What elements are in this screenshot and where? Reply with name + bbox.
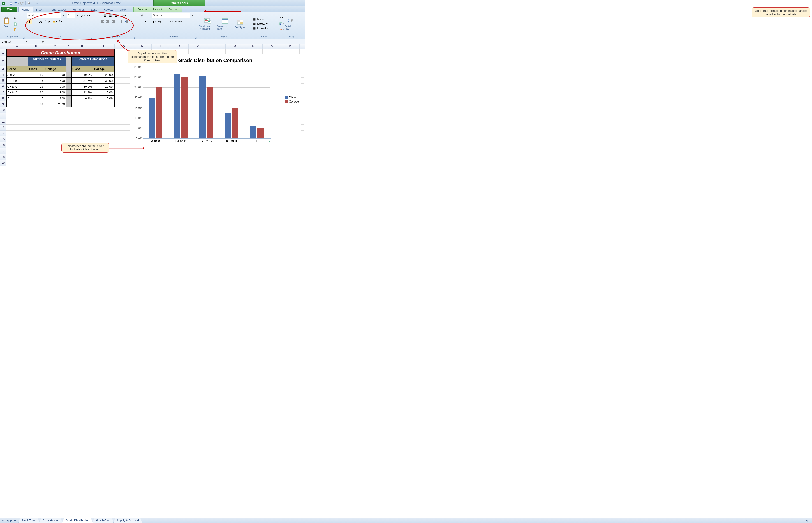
redo-icon[interactable] [20, 1, 24, 5]
chart-bar[interactable] [156, 87, 163, 138]
cell[interactable]: 10 [28, 89, 44, 95]
cell[interactable]: 31.7% [71, 78, 93, 84]
chart-bar[interactable] [174, 74, 181, 138]
bold-icon[interactable]: B [27, 19, 32, 24]
row-header[interactable]: 13 [0, 125, 6, 130]
cell[interactable]: 30.5% [71, 84, 93, 89]
chart-bar[interactable] [182, 77, 188, 138]
increase-decimal-icon[interactable]: .0←.00 [171, 19, 175, 24]
sort-filter-button[interactable]: AZ Sort & Filter [285, 16, 296, 31]
x-axis-tick[interactable]: D+ to D- [219, 138, 245, 143]
print-preview-icon[interactable] [27, 1, 32, 5]
cell[interactable]: Grade [6, 66, 28, 72]
cell[interactable]: A to A- [6, 72, 28, 78]
chart-legend[interactable]: Class College [285, 95, 299, 104]
cell[interactable]: Number of Students [28, 56, 66, 66]
tab-data[interactable]: Data [88, 7, 100, 12]
format-as-table-button[interactable]: Format as Table [217, 16, 233, 31]
cell[interactable]: 26 [28, 78, 44, 84]
plot-area[interactable]: 0.0%5.0%10.0%15.0%20.0%25.0%30.0%35.0% A… [143, 67, 270, 139]
tab-review[interactable]: Review [100, 7, 116, 12]
dialog-launcher-icon[interactable]: ◢ [91, 37, 92, 39]
tab-design[interactable]: Design [134, 7, 150, 12]
cell[interactable]: 100 [44, 95, 66, 101]
cell[interactable]: 5 [28, 95, 44, 101]
align-right-icon[interactable] [111, 19, 116, 24]
cell[interactable]: F [6, 95, 28, 101]
number-format-input[interactable] [152, 13, 190, 18]
cell[interactable]: 5.0% [93, 95, 115, 101]
cell[interactable]: Percent Comparison [71, 56, 115, 66]
cell[interactable]: Class [28, 66, 44, 72]
cell[interactable]: 12.2% [71, 89, 93, 95]
column-header[interactable]: A [6, 44, 28, 49]
x-axis-tick[interactable]: C+ to C- [194, 138, 219, 143]
format-painter-icon[interactable] [13, 26, 18, 32]
cell[interactable]: 300 [44, 89, 66, 95]
cell[interactable]: 2000 [44, 101, 66, 107]
column-header[interactable]: O [263, 44, 281, 49]
row-header[interactable]: 17 [0, 148, 6, 154]
cell[interactable]: Grade Distribution [6, 49, 115, 56]
dialog-launcher-icon[interactable]: ◢ [195, 37, 196, 39]
cell[interactable]: 600 [44, 78, 66, 84]
cell[interactable]: 16 [28, 72, 44, 78]
cell[interactable] [66, 56, 71, 66]
align-center-icon[interactable] [106, 19, 110, 24]
row-header[interactable]: 14 [0, 130, 6, 137]
column-header[interactable]: N [244, 44, 263, 49]
column-header[interactable]: D [66, 44, 71, 49]
fill-color-icon[interactable] [52, 19, 57, 24]
font-size-input[interactable] [67, 13, 75, 18]
font-size-dropdown-icon[interactable]: ▾ [75, 13, 80, 18]
cell[interactable]: College [93, 66, 115, 72]
chart-bar[interactable] [257, 128, 264, 138]
qat-customize-icon[interactable]: ▾ [35, 1, 39, 5]
column-header[interactable]: M [226, 44, 244, 49]
cell-styles-button[interactable]: Cell Styles [234, 16, 246, 31]
cell[interactable]: 82 [28, 101, 44, 107]
merge-center-icon[interactable] [138, 19, 148, 24]
cell[interactable]: 25 [28, 84, 44, 89]
align-top-icon[interactable]: ☰ [103, 13, 108, 18]
fx-icon[interactable]: fx [41, 39, 46, 44]
format-cells-button[interactable]: ▦ Format ▾ [253, 26, 268, 30]
row-header[interactable]: 5 [0, 78, 6, 84]
cell[interactable] [6, 101, 28, 107]
cell[interactable]: 500 [44, 84, 66, 89]
cell[interactable] [66, 84, 71, 89]
undo-icon[interactable] [14, 1, 19, 5]
cell[interactable]: 25.0% [93, 84, 115, 89]
clear-icon[interactable] [279, 27, 284, 32]
x-axis-tick[interactable]: F [245, 138, 270, 143]
column-header[interactable]: L [207, 44, 226, 49]
align-middle-icon[interactable]: ☰ [108, 13, 113, 18]
increase-indent-icon[interactable] [124, 19, 129, 24]
borders-icon[interactable] [45, 19, 50, 24]
autosum-icon[interactable]: Σ [279, 15, 284, 20]
font-name-dropdown-icon[interactable]: ▾ [61, 13, 66, 18]
select-all-corner[interactable] [0, 44, 6, 49]
tab-page-layout[interactable]: Page Layout [46, 7, 69, 12]
dialog-launcher-icon[interactable]: ◢ [23, 37, 24, 39]
row-header[interactable]: 16 [0, 142, 6, 148]
row-header[interactable]: 3 [0, 66, 6, 72]
column-header[interactable]: C [44, 44, 66, 49]
row-header[interactable]: 9 [0, 101, 6, 107]
align-left-icon[interactable] [100, 19, 105, 24]
tab-layout[interactable]: Layout [150, 7, 165, 12]
row-header[interactable]: 10 [0, 107, 6, 113]
insert-cells-button[interactable]: ▦ Insert ▾ [253, 18, 268, 21]
row-header[interactable]: 2 [0, 56, 6, 66]
orientation-icon[interactable]: ab [121, 13, 126, 18]
dialog-launcher-icon[interactable]: ◢ [134, 37, 135, 39]
wrap-text-icon[interactable]: abc [138, 13, 148, 18]
column-header[interactable]: B [28, 44, 44, 49]
row-header[interactable]: 1 [0, 49, 6, 56]
column-header[interactable]: I [152, 44, 170, 49]
chart-bar[interactable] [250, 126, 256, 138]
cell[interactable]: C+ to C- [6, 84, 28, 89]
tab-view[interactable]: View [116, 7, 129, 12]
column-header[interactable]: E [71, 44, 93, 49]
cell[interactable]: B+ to B- [6, 78, 28, 84]
